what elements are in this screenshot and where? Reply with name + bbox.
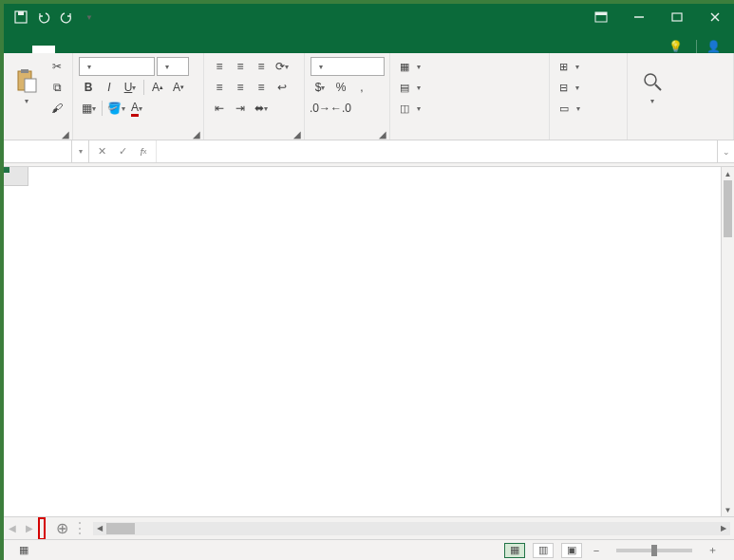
- accounting-button[interactable]: $▾: [311, 78, 329, 97]
- tab-home[interactable]: [32, 46, 55, 53]
- formula-bar[interactable]: [157, 140, 717, 162]
- italic-button[interactable]: I: [100, 78, 119, 97]
- conditional-formatting-button[interactable]: ▦▾: [396, 57, 424, 76]
- tab-review[interactable]: [146, 46, 169, 53]
- merge-button[interactable]: ⬌▾: [252, 99, 271, 118]
- expand-formula-bar[interactable]: ⌄: [717, 140, 734, 162]
- bold-button[interactable]: B: [79, 78, 98, 97]
- brush-icon: 🖌: [51, 102, 63, 115]
- view-normal-button[interactable]: ▦: [504, 543, 525, 558]
- align-middle-button[interactable]: ≡: [231, 57, 250, 76]
- name-box[interactable]: [4, 140, 72, 162]
- macro-record-icon[interactable]: ▦: [19, 544, 28, 556]
- vscroll-thumb[interactable]: [724, 180, 732, 237]
- increase-decimal-button[interactable]: .0→: [311, 99, 329, 118]
- font-color-button[interactable]: A▾: [127, 99, 146, 118]
- alignment-launcher[interactable]: ◢: [292, 129, 302, 139]
- cancel-formula-button[interactable]: ✕: [95, 145, 108, 159]
- font-name-select[interactable]: ▾: [79, 57, 155, 76]
- paste-button[interactable]: ▾: [8, 55, 46, 118]
- find-select-button[interactable]: ▾: [631, 55, 673, 118]
- bucket-icon: 🪣: [107, 102, 122, 115]
- tell-me[interactable]: 💡: [659, 40, 696, 53]
- fill-handle[interactable]: [4, 167, 9, 173]
- fx-button[interactable]: fx: [137, 145, 150, 159]
- scroll-left-arrow[interactable]: ◀: [93, 522, 106, 535]
- scroll-right-arrow[interactable]: ▶: [717, 522, 730, 535]
- tab-page-layout[interactable]: [78, 46, 101, 53]
- border-button[interactable]: ▦▾: [79, 99, 98, 118]
- ribbon-tabs: 💡 👤: [4, 30, 734, 53]
- vertical-scrollbar[interactable]: ▲ ▼: [721, 167, 734, 516]
- underline-button[interactable]: U▾: [121, 78, 140, 97]
- share-button[interactable]: 👤: [696, 40, 734, 53]
- group-styles: ▦▾ ▤▾ ◫▾: [390, 53, 550, 140]
- align-center-button[interactable]: ≡: [231, 78, 250, 97]
- decrease-indent-button[interactable]: ⇤: [210, 99, 229, 118]
- zoom-slider[interactable]: [616, 549, 692, 552]
- format-painter-button[interactable]: 🖌: [47, 99, 66, 118]
- align-right-button[interactable]: ≡: [252, 78, 271, 97]
- ribbon-options-icon[interactable]: [582, 4, 620, 30]
- font-launcher[interactable]: ◢: [192, 129, 201, 139]
- ribbon: ▾ ✂ ⧉ 🖌 ◢ ▾ ▾ B I U▾ A▴ A▾: [4, 53, 734, 140]
- comma-button[interactable]: ,: [352, 78, 371, 97]
- delete-cells-button[interactable]: ⊟▾: [555, 78, 584, 97]
- align-top-button[interactable]: ≡: [210, 57, 229, 76]
- decrease-decimal-button[interactable]: ←.0: [331, 99, 350, 118]
- cells-area[interactable]: [28, 186, 721, 516]
- enter-formula-button[interactable]: ✓: [116, 145, 129, 159]
- view-page-break-button[interactable]: ▣: [561, 543, 582, 558]
- grow-font-button[interactable]: A▴: [148, 78, 167, 97]
- tab-data[interactable]: [123, 46, 146, 53]
- number-format-select[interactable]: ▾: [311, 57, 385, 76]
- scroll-up-arrow[interactable]: ▲: [722, 167, 734, 180]
- tab-file[interactable]: [9, 46, 32, 53]
- wrap-text-button[interactable]: ↩: [273, 78, 292, 97]
- copy-button[interactable]: ⧉: [47, 78, 66, 97]
- zoom-thumb[interactable]: [651, 545, 657, 556]
- increase-indent-button[interactable]: ⇥: [231, 99, 250, 118]
- horizontal-scrollbar[interactable]: ◀ ▶: [93, 522, 730, 535]
- close-button[interactable]: [696, 4, 734, 30]
- align-bottom-button[interactable]: ≡: [252, 57, 271, 76]
- sheet-tabs-highlight: [38, 517, 46, 540]
- sheet-nav-prev[interactable]: ◀: [4, 520, 21, 537]
- new-sheet-button[interactable]: ⊕: [51, 518, 72, 539]
- number-launcher[interactable]: ◢: [378, 129, 387, 139]
- zoom-in-button[interactable]: ＋: [706, 543, 719, 557]
- format-as-table-button[interactable]: ▤▾: [396, 78, 424, 97]
- qat-customize-icon[interactable]: ▼: [82, 9, 97, 25]
- clipboard-launcher[interactable]: ◢: [61, 129, 70, 139]
- redo-icon[interactable]: [59, 9, 74, 25]
- maximize-button[interactable]: [658, 4, 696, 30]
- percent-button[interactable]: %: [331, 78, 350, 97]
- font-size-select[interactable]: ▾: [157, 57, 189, 76]
- hscroll-thumb[interactable]: [106, 523, 135, 534]
- shrink-font-button[interactable]: A▾: [169, 78, 188, 97]
- minimize-button[interactable]: [620, 4, 658, 30]
- border-icon: ▦: [82, 102, 92, 115]
- formula-buttons: ✕ ✓ fx: [89, 140, 157, 162]
- svg-rect-9: [21, 69, 28, 73]
- format-icon: ▭: [559, 103, 569, 115]
- zoom-out-button[interactable]: −: [590, 545, 603, 556]
- tab-formulas[interactable]: [101, 46, 123, 53]
- orientation-button[interactable]: ⟳▾: [273, 57, 292, 76]
- align-left-button[interactable]: ≡: [210, 78, 229, 97]
- tab-view[interactable]: [169, 46, 192, 53]
- format-cells-button[interactable]: ▭▾: [555, 99, 584, 118]
- undo-icon[interactable]: [36, 9, 51, 25]
- sheet-nav-next[interactable]: ▶: [21, 520, 38, 537]
- worksheet-grid[interactable]: ▲ ▼: [4, 167, 734, 516]
- tab-developer[interactable]: [192, 46, 215, 53]
- fill-color-button[interactable]: 🪣▾: [106, 99, 125, 118]
- cut-button[interactable]: ✂: [47, 57, 66, 76]
- cell-styles-button[interactable]: ◫▾: [396, 99, 424, 118]
- insert-cells-button[interactable]: ⊞▾: [555, 57, 584, 76]
- scroll-down-arrow[interactable]: ▼: [722, 503, 734, 516]
- view-page-layout-button[interactable]: ▥: [533, 543, 554, 558]
- tab-insert[interactable]: [55, 46, 78, 53]
- save-icon[interactable]: [13, 9, 28, 25]
- name-box-dropdown[interactable]: ▾: [72, 140, 89, 162]
